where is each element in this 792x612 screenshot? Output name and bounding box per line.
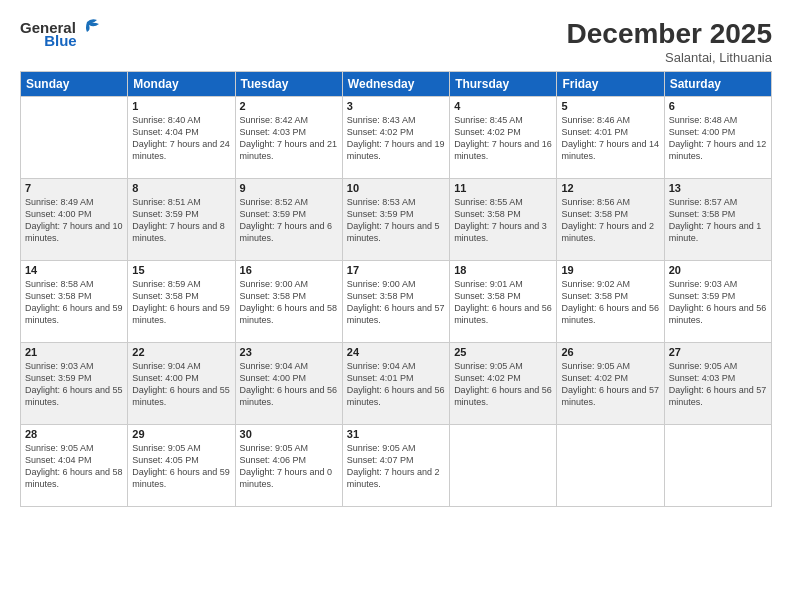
table-row: 16 Sunrise: 9:00 AM Sunset: 3:58 PM Dayl… [235,261,342,343]
cell-day-number: 6 [669,100,767,112]
cell-daylight: Daylight: 6 hours and 59 minutes. [132,302,230,326]
calendar-week-row: 21 Sunrise: 9:03 AM Sunset: 3:59 PM Dayl… [21,343,772,425]
cell-sunrise: Sunrise: 9:05 AM [454,360,552,372]
table-row [664,425,771,507]
cell-sunrise: Sunrise: 9:00 AM [240,278,338,290]
cell-day-number: 18 [454,264,552,276]
header-tuesday: Tuesday [235,72,342,97]
cell-sunset: Sunset: 4:06 PM [240,454,338,466]
cell-sunset: Sunset: 4:02 PM [454,126,552,138]
cell-day-number: 29 [132,428,230,440]
cell-sunrise: Sunrise: 9:02 AM [561,278,659,290]
cell-sunrise: Sunrise: 9:04 AM [347,360,445,372]
location: Salantai, Lithuania [567,50,772,65]
cell-daylight: Daylight: 7 hours and 19 minutes. [347,138,445,162]
cell-day-number: 5 [561,100,659,112]
cell-daylight: Daylight: 6 hours and 56 minutes. [669,302,767,326]
table-row: 24 Sunrise: 9:04 AM Sunset: 4:01 PM Dayl… [342,343,449,425]
cell-sunrise: Sunrise: 8:57 AM [669,196,767,208]
table-row: 30 Sunrise: 9:05 AM Sunset: 4:06 PM Dayl… [235,425,342,507]
cell-day-number: 13 [669,182,767,194]
cell-sunrise: Sunrise: 8:58 AM [25,278,123,290]
table-row [21,97,128,179]
cell-day-number: 9 [240,182,338,194]
cell-daylight: Daylight: 6 hours and 56 minutes. [347,384,445,408]
table-row: 17 Sunrise: 9:00 AM Sunset: 3:58 PM Dayl… [342,261,449,343]
cell-sunset: Sunset: 3:58 PM [132,290,230,302]
table-row: 20 Sunrise: 9:03 AM Sunset: 3:59 PM Dayl… [664,261,771,343]
table-row: 6 Sunrise: 8:48 AM Sunset: 4:00 PM Dayli… [664,97,771,179]
cell-daylight: Daylight: 7 hours and 6 minutes. [240,220,338,244]
calendar-week-row: 28 Sunrise: 9:05 AM Sunset: 4:04 PM Dayl… [21,425,772,507]
cell-sunrise: Sunrise: 8:45 AM [454,114,552,126]
calendar-week-row: 1 Sunrise: 8:40 AM Sunset: 4:04 PM Dayli… [21,97,772,179]
cell-sunset: Sunset: 4:00 PM [669,126,767,138]
cell-day-number: 24 [347,346,445,358]
title-block: December 2025 Salantai, Lithuania [567,18,772,65]
cell-sunset: Sunset: 3:59 PM [25,372,123,384]
header-sunday: Sunday [21,72,128,97]
cell-day-number: 3 [347,100,445,112]
cell-sunset: Sunset: 3:59 PM [669,290,767,302]
table-row: 12 Sunrise: 8:56 AM Sunset: 3:58 PM Dayl… [557,179,664,261]
cell-sunrise: Sunrise: 9:05 AM [347,442,445,454]
cell-daylight: Daylight: 7 hours and 5 minutes. [347,220,445,244]
calendar-table: Sunday Monday Tuesday Wednesday Thursday… [20,71,772,507]
cell-sunset: Sunset: 3:59 PM [347,208,445,220]
table-row [557,425,664,507]
table-row: 11 Sunrise: 8:55 AM Sunset: 3:58 PM Dayl… [450,179,557,261]
cell-day-number: 7 [25,182,123,194]
header-saturday: Saturday [664,72,771,97]
cell-daylight: Daylight: 6 hours and 56 minutes. [454,384,552,408]
cell-sunrise: Sunrise: 9:01 AM [454,278,552,290]
cell-day-number: 2 [240,100,338,112]
cell-day-number: 12 [561,182,659,194]
cell-day-number: 27 [669,346,767,358]
table-row: 21 Sunrise: 9:03 AM Sunset: 3:59 PM Dayl… [21,343,128,425]
cell-daylight: Daylight: 7 hours and 1 minute. [669,220,767,244]
cell-daylight: Daylight: 6 hours and 58 minutes. [25,466,123,490]
calendar-header-row: Sunday Monday Tuesday Wednesday Thursday… [21,72,772,97]
cell-sunrise: Sunrise: 9:05 AM [132,442,230,454]
table-row: 27 Sunrise: 9:05 AM Sunset: 4:03 PM Dayl… [664,343,771,425]
cell-sunrise: Sunrise: 8:51 AM [132,196,230,208]
cell-day-number: 16 [240,264,338,276]
cell-daylight: Daylight: 6 hours and 59 minutes. [25,302,123,326]
cell-sunset: Sunset: 4:00 PM [132,372,230,384]
cell-day-number: 19 [561,264,659,276]
cell-daylight: Daylight: 6 hours and 55 minutes. [25,384,123,408]
cell-sunset: Sunset: 4:00 PM [240,372,338,384]
cell-sunset: Sunset: 4:01 PM [561,126,659,138]
cell-daylight: Daylight: 6 hours and 56 minutes. [454,302,552,326]
cell-sunset: Sunset: 3:58 PM [561,290,659,302]
cell-sunrise: Sunrise: 9:05 AM [669,360,767,372]
page: General Blue December 2025 Salantai, Lit… [0,0,792,612]
table-row: 31 Sunrise: 9:05 AM Sunset: 4:07 PM Dayl… [342,425,449,507]
cell-sunrise: Sunrise: 8:48 AM [669,114,767,126]
cell-sunset: Sunset: 3:59 PM [240,208,338,220]
cell-sunrise: Sunrise: 8:42 AM [240,114,338,126]
cell-day-number: 15 [132,264,230,276]
header-thursday: Thursday [450,72,557,97]
header: General Blue December 2025 Salantai, Lit… [20,18,772,65]
cell-daylight: Daylight: 7 hours and 0 minutes. [240,466,338,490]
cell-daylight: Daylight: 7 hours and 10 minutes. [25,220,123,244]
cell-sunrise: Sunrise: 8:49 AM [25,196,123,208]
cell-sunset: Sunset: 4:04 PM [132,126,230,138]
table-row: 23 Sunrise: 9:04 AM Sunset: 4:00 PM Dayl… [235,343,342,425]
cell-daylight: Daylight: 6 hours and 56 minutes. [561,302,659,326]
cell-sunrise: Sunrise: 9:05 AM [561,360,659,372]
cell-sunset: Sunset: 4:01 PM [347,372,445,384]
cell-sunrise: Sunrise: 8:55 AM [454,196,552,208]
cell-day-number: 31 [347,428,445,440]
table-row: 2 Sunrise: 8:42 AM Sunset: 4:03 PM Dayli… [235,97,342,179]
cell-daylight: Daylight: 6 hours and 55 minutes. [132,384,230,408]
cell-daylight: Daylight: 6 hours and 59 minutes. [132,466,230,490]
cell-sunrise: Sunrise: 8:52 AM [240,196,338,208]
table-row: 13 Sunrise: 8:57 AM Sunset: 3:58 PM Dayl… [664,179,771,261]
table-row: 7 Sunrise: 8:49 AM Sunset: 4:00 PM Dayli… [21,179,128,261]
logo-blue-text: Blue [44,32,77,49]
table-row [450,425,557,507]
cell-day-number: 1 [132,100,230,112]
cell-day-number: 26 [561,346,659,358]
